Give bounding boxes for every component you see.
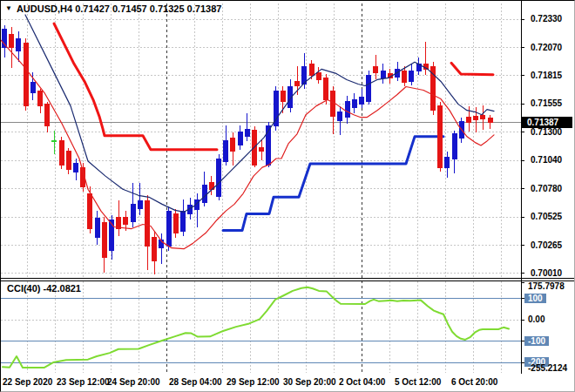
candle [74,159,78,180]
price-tick-label: 0.72070 [531,43,562,52]
time-tick-label: 23 Sep 12:00 [57,377,110,387]
candle [260,139,264,160]
time-tick-label: 2 Oct 04:00 [339,377,385,387]
time-tick-label: 30 Sep 20:00 [283,377,336,387]
candle [152,231,157,274]
candle [224,125,228,166]
candle [52,131,57,154]
candle [17,31,21,62]
price-tick-label: 0.71300 [531,127,562,137]
price-tick-label: 0.70780 [531,184,562,193]
cci-tick-label: -100 [524,336,549,346]
cci-tick-label: 100 [524,294,546,303]
candle [338,106,342,135]
candle [217,154,221,200]
candle [181,199,186,235]
ma-fast-line [1,40,494,249]
main-chart-canvas[interactable] [1,1,575,392]
candle [288,79,293,112]
candle [474,107,478,132]
candle [445,152,450,178]
stop-line-red [451,63,493,74]
time-axis[interactable]: 22 Sep 202023 Sep 12:0024 Sep 20:0028 Se… [1,374,575,392]
candle [131,183,135,226]
chart-window: ▼ AUDUSD,H4 0.71427 0.71457 0.71325 0.71… [0,0,575,392]
candle [238,125,242,150]
time-tick-label: 28 Sep 04:00 [169,377,222,387]
price-tick-label: 0.70010 [531,268,562,278]
time-tick-label: 6 Oct 20:00 [451,377,497,387]
candle [452,131,457,173]
price-tick-label: 0.70525 [531,212,562,221]
candle [24,38,28,111]
candle [38,89,43,113]
candle [360,89,364,108]
candle [202,172,206,206]
candle [345,96,349,124]
candle [438,102,443,172]
candle [95,211,99,244]
candle [159,233,164,264]
candle [209,176,213,195]
candle [367,71,371,104]
price-scale[interactable]: 0.71387 0.723300.720700.718150.715550.71… [521,1,575,374]
candle [117,200,121,235]
candle [45,102,50,132]
time-tick-label: 24 Sep 20:00 [107,377,160,387]
candle [3,25,7,57]
time-tick-label: 22 Sep 2020 [3,377,52,387]
candle [481,105,485,130]
price-tick-label: 0.72330 [531,14,562,24]
cci-indicator-label: CCI(40) -42.0821 [7,283,81,294]
candle [488,115,492,130]
candle [409,64,414,85]
cci-tick-label: 175.7978 [528,281,565,291]
candle [166,206,171,250]
price-tick-label: 0.71040 [531,155,562,165]
candle [331,86,335,133]
candle [145,195,150,270]
price-tick-label: 0.71815 [531,71,562,80]
price-tick-label: 0.71555 [531,98,562,108]
time-tick-label: 5 Oct 12:00 [395,377,441,387]
candle [102,217,106,272]
cci-tick-label: 0.00 [528,314,545,324]
candle [467,106,471,132]
candle [274,86,278,130]
chart-title-bar: ▼ AUDUSD,H4 0.71427 0.71457 0.71325 0.71… [5,3,221,14]
ma-slow-line [25,15,494,212]
candle [381,64,385,84]
candle [431,62,436,114]
candle [423,42,428,75]
cci-tick-label: -255.2124 [528,363,567,373]
candle [195,193,200,226]
cci-line [3,287,509,368]
candle [173,209,178,237]
candle [59,137,64,169]
price-tick-label: 0.70265 [531,240,562,250]
candle [352,93,356,113]
candle [245,113,249,141]
symbol-ohlc-readout: AUDUSD,H4 0.71427 0.71457 0.71325 0.7138… [17,3,221,14]
current-price-box: 0.71387 [522,117,572,128]
time-tick-label: 29 Sep 12:00 [227,377,280,387]
triangle-down-icon: ▼ [5,4,12,13]
candle [66,148,71,174]
